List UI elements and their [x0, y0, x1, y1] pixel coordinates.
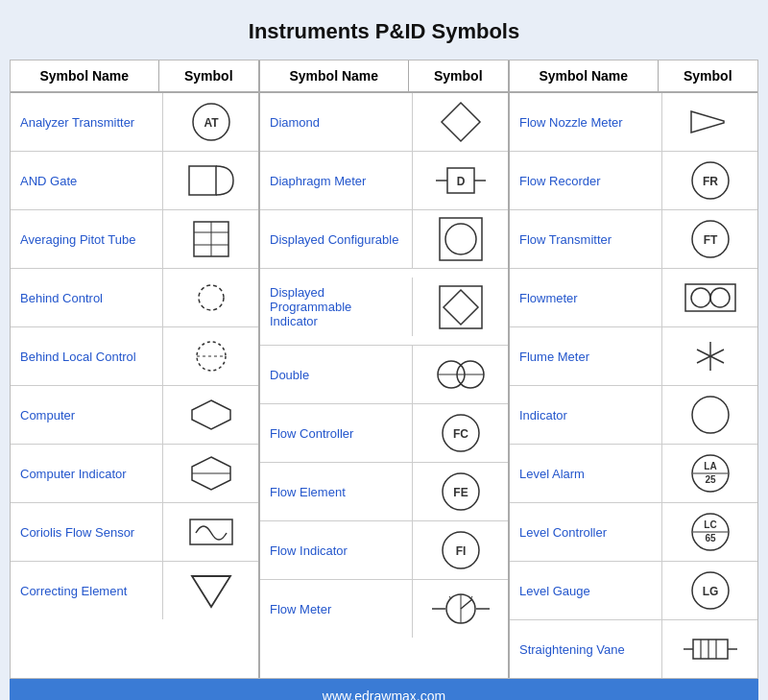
col3-header-symbol: Symbol — [659, 60, 757, 91]
main-table: Symbol Name Symbol Analyzer Transmitter … — [10, 60, 758, 679]
table-row: Flume Meter — [510, 327, 757, 386]
svg-text:D: D — [456, 175, 465, 188]
col-section-1: Symbol Name Symbol Analyzer Transmitter … — [11, 60, 260, 678]
svg-text:25: 25 — [705, 474, 716, 485]
sym-name-correcting: Correcting Element — [11, 562, 163, 619]
svg-point-21 — [445, 224, 476, 254]
sym-icon-fe: FE — [413, 463, 508, 520]
sym-icon-at: AT — [163, 93, 258, 151]
col-section-2: Symbol Name Symbol Diamond Diaphragm Met… — [260, 60, 510, 678]
sym-icon-double — [413, 346, 508, 403]
table-row: Level Controller LC 65 — [510, 503, 757, 562]
sym-icon-diamond — [413, 93, 508, 151]
sym-icon-la: LA 25 — [662, 445, 757, 502]
svg-point-46 — [691, 288, 710, 307]
svg-text:LA: LA — [704, 461, 716, 471]
table-row: Flow Controller FC — [260, 404, 508, 463]
col1-header-symbol: Symbol — [159, 60, 258, 91]
sym-name-la: Level Alarm — [510, 445, 662, 502]
table-row: Flow Recorder FR — [510, 152, 757, 210]
table-row: Analyzer Transmitter AT — [11, 93, 258, 152]
sym-name-fi: Flow Indicator — [260, 521, 413, 579]
sym-name-flume: Flume Meter — [510, 327, 662, 385]
table-row: Flowmeter — [510, 269, 757, 327]
svg-marker-10 — [192, 400, 230, 429]
sym-icon-sv — [662, 620, 757, 678]
table-row: AND Gate — [11, 152, 258, 210]
sym-name-blc: Behind Local Control — [11, 327, 163, 385]
sym-icon-ft: FT — [662, 210, 757, 268]
svg-text:LG: LG — [702, 585, 718, 598]
table-row: Computer Indicator — [11, 445, 258, 503]
svg-marker-14 — [192, 576, 230, 607]
sym-name-coriolis: Coriolis Flow Sensor — [11, 503, 163, 561]
sym-icon-flume — [662, 327, 757, 385]
svg-text:FI: FI — [455, 544, 466, 558]
sym-name-fr: Flow Recorder — [510, 152, 662, 209]
table-row: Behind Local Control — [11, 327, 258, 386]
sym-icon-correcting — [163, 562, 258, 619]
sym-icon-comp-ind — [163, 445, 258, 502]
table-row: Behind Control — [11, 269, 258, 327]
sym-icon-and — [163, 152, 258, 209]
sym-name-diaphragm: Diaphragm Meter — [260, 152, 413, 209]
sym-icon-bc — [163, 269, 258, 326]
col2-header-name: Symbol Name — [260, 60, 409, 91]
table-row: Double — [260, 346, 508, 404]
svg-text:FE: FE — [453, 486, 468, 499]
sym-name-double: Double — [260, 346, 413, 403]
svg-marker-40 — [691, 111, 724, 133]
table-row: Displayed Configurable — [260, 210, 508, 269]
sym-name-and: AND Gate — [11, 152, 163, 209]
svg-rect-22 — [440, 286, 482, 328]
sym-name-flowmeter: Flowmeter — [510, 269, 662, 326]
svg-line-36 — [461, 599, 472, 609]
svg-rect-2 — [189, 166, 216, 195]
sym-icon-fi: FI — [413, 521, 508, 579]
sym-icon-flowmeter — [662, 269, 757, 326]
sym-name-fc: Flow Controller — [260, 404, 413, 462]
sym-name-fe: Flow Element — [260, 463, 413, 520]
sym-icon-fc: FC — [413, 404, 508, 462]
sym-icon-indicator — [662, 386, 757, 444]
table-row: Diaphragm Meter D — [260, 152, 508, 210]
svg-text:LC: LC — [704, 519, 716, 530]
sym-name-indicator: Indicator — [510, 386, 662, 444]
svg-text:FR: FR — [703, 175, 718, 188]
sym-name-pitot: Averaging Pitot Tube — [11, 210, 163, 268]
sym-name-computer: Computer — [11, 386, 163, 444]
col-section-3: Symbol Name Symbol Flow Nozzle Meter Flo… — [510, 60, 757, 678]
table-row: Correcting Element — [11, 562, 258, 619]
svg-text:65: 65 — [705, 533, 716, 543]
sym-icon-disp-conf — [413, 210, 508, 268]
table-row: Coriolis Flow Sensor — [11, 503, 258, 562]
sym-name-disp-prog: Displayed Programmable Indicator — [260, 278, 413, 336]
sym-icon-lg: LG — [662, 562, 757, 619]
sym-icon-lc: LC 65 — [662, 503, 757, 561]
svg-marker-15 — [442, 103, 480, 141]
svg-point-7 — [199, 285, 224, 310]
sym-name-fnm: Flow Nozzle Meter — [510, 93, 662, 151]
svg-text:AT: AT — [204, 116, 219, 130]
sym-name-fm: Flow Meter — [260, 580, 413, 638]
footer: www.edrawmax.com — [10, 679, 758, 700]
sym-icon-diaphragm: D — [413, 152, 508, 209]
sym-name-lg: Level Gauge — [510, 562, 662, 619]
table-row: Computer — [11, 386, 258, 445]
table-row: Level Alarm LA 25 — [510, 445, 757, 503]
sym-name-comp-ind: Computer Indicator — [11, 445, 163, 502]
svg-rect-63 — [693, 640, 728, 659]
svg-text:FC: FC — [453, 427, 468, 441]
svg-point-47 — [710, 288, 730, 307]
sym-icon-fm — [413, 580, 508, 638]
sym-icon-computer — [163, 386, 258, 444]
sym-name-sv: Straightening Vane — [510, 620, 662, 678]
table-row: Straightening Vane — [510, 620, 757, 678]
sym-icon-blc — [163, 327, 258, 385]
table-row: Flow Nozzle Meter — [510, 93, 757, 152]
table-row: Averaging Pitot Tube — [11, 210, 258, 269]
table-row: Flow Meter — [260, 580, 508, 638]
svg-point-51 — [692, 397, 729, 433]
col1-header-name: Symbol Name — [11, 60, 159, 91]
table-row: Level Gauge LG — [510, 562, 757, 620]
